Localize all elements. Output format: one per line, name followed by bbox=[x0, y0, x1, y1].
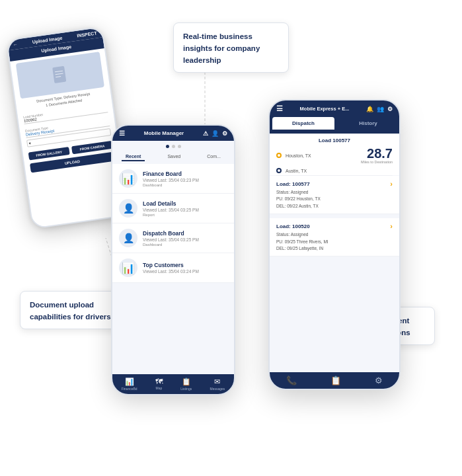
document-preview-icon bbox=[49, 64, 71, 87]
bottom-nav-map[interactable]: 🗺 Map bbox=[155, 377, 163, 391]
load-1-number: Load: 100577 bbox=[276, 181, 310, 187]
load-card-1-header: Load: 100577 › bbox=[276, 180, 393, 188]
back-arrow-icon: ← bbox=[13, 42, 18, 47]
right-bottom-phone[interactable]: 📞 bbox=[286, 376, 297, 385]
dispatch-history-tabs: Dispatch History bbox=[270, 117, 399, 134]
listings-nav-icon: 📋 bbox=[182, 377, 191, 386]
right-users-icon: 👥 bbox=[377, 106, 384, 112]
load-1-delivery: DEL: 09/22 Austin, TX bbox=[276, 203, 393, 210]
miles-label: Miles to Destination bbox=[361, 160, 393, 164]
route-origin-row: Houston, TX 28.7 Miles to Destination bbox=[270, 145, 399, 166]
load-2-detail: Status: Assigned PU: 09/25 Three Rivers,… bbox=[276, 231, 393, 252]
load-card-2-header: Load: 100520 › bbox=[276, 222, 393, 230]
right-bottom-dispatch[interactable]: 📋 bbox=[330, 376, 341, 385]
load-1-chevron-icon: › bbox=[390, 180, 393, 188]
load-subtitle: Viewed Last: 35/04 03:25 PM bbox=[143, 208, 199, 212]
bottom-nav-finance[interactable]: 📊 FinanceBd bbox=[122, 377, 137, 391]
inspect-label: INSPECT bbox=[77, 30, 97, 38]
load-title-bar: Load 100577 bbox=[270, 134, 399, 145]
finance-nav-label: FinanceBd bbox=[122, 387, 137, 391]
miles-box: 28.7 Miles to Destination bbox=[361, 147, 393, 164]
callout-document-text: Document upload capabilities for drivers bbox=[30, 301, 111, 321]
alert-icon: ⚠ bbox=[203, 130, 208, 137]
load-text: Load Details Viewed Last: 35/04 03:25 PM… bbox=[143, 200, 199, 217]
finance-tag: Dashboard bbox=[143, 183, 199, 187]
list-item-dispatch[interactable]: 👤 Dispatch Board Viewed Last: 35/04 03:2… bbox=[112, 223, 234, 253]
map-nav-icon: 🗺 bbox=[155, 377, 163, 385]
load-1-status: Status: Assigned bbox=[276, 189, 393, 196]
miles-value: 28.7 bbox=[361, 147, 393, 160]
list-item-load[interactable]: 👤 Load Details Viewed Last: 35/04 03:25 … bbox=[112, 194, 234, 223]
right-bottom-settings[interactable]: ⚙ bbox=[375, 376, 383, 385]
dispatch-tab[interactable]: Dispatch bbox=[272, 117, 334, 130]
com-tab[interactable]: Com... bbox=[203, 153, 225, 161]
load-2-pickup: PU: 09/25 Three Rivers, MI bbox=[276, 239, 393, 245]
history-tab[interactable]: History bbox=[337, 117, 399, 130]
dot-1 bbox=[166, 145, 169, 148]
load-1-detail: Status: Assigned PU: 09/22 Houston, TX D… bbox=[276, 189, 393, 210]
page-dots bbox=[112, 141, 234, 151]
right-hamburger-icon[interactable]: ☰ bbox=[276, 104, 283, 113]
customers-title: Top Customers bbox=[143, 262, 199, 268]
phone-mid-icons: ⚠ 👤 ⚙ bbox=[203, 130, 227, 137]
user-icon: 👤 bbox=[212, 130, 219, 137]
finance-subtitle: Viewed Last: 35/04 03:23 PM bbox=[143, 178, 199, 182]
listings-nav-label: Listings bbox=[180, 387, 192, 391]
bottom-nav-listings[interactable]: 📋 Listings bbox=[180, 377, 192, 391]
right-alert-icon: 🔔 bbox=[366, 106, 373, 112]
recent-saved-tabs: Recent Saved Com... bbox=[112, 151, 234, 164]
dispatch-nav-icon: 📋 bbox=[330, 376, 341, 385]
phone-mid-bottom-bar: 📊 FinanceBd 🗺 Map 📋 Listings ✉ Messages bbox=[112, 374, 234, 394]
dispatch-tag: Dashboard bbox=[143, 243, 199, 247]
phone-right-icons: 🔔 👥 ⚙ bbox=[366, 106, 393, 112]
finance-text: Finance Board Viewed Last: 35/04 03:23 P… bbox=[143, 171, 199, 187]
callout-realtime: Real-time business insights for company … bbox=[173, 22, 289, 73]
bottom-nav-messages[interactable]: ✉ Messages bbox=[210, 377, 225, 391]
finance-icon: 📊 bbox=[119, 169, 137, 188]
dispatch-title: Dispatch Board bbox=[143, 230, 199, 237]
phone-mid-header: ☰ Mobile Manager ⚠ 👤 ⚙ bbox=[112, 126, 234, 141]
finance-nav-icon: 📊 bbox=[125, 377, 134, 386]
dot-3 bbox=[178, 145, 181, 148]
phone-right-bottom-bar: 📞 📋 ⚙ bbox=[270, 372, 399, 389]
person-icon: 👤 bbox=[123, 203, 134, 214]
phone-right-title: Mobile Express + E... bbox=[300, 106, 350, 112]
load-2-chevron-icon: › bbox=[390, 222, 393, 230]
recent-tab[interactable]: Recent bbox=[122, 153, 145, 161]
load-icon: 👤 bbox=[119, 199, 137, 218]
load-title: Load Details bbox=[143, 200, 199, 207]
dispatch-text: Dispatch Board Viewed Last: 35/04 03:25 … bbox=[143, 230, 199, 247]
callout-realtime-text: Real-time business insights for company … bbox=[183, 32, 260, 64]
load-2-number: Load: 100520 bbox=[276, 223, 310, 229]
load-card-1[interactable]: Load: 100577 › Status: Assigned PU: 09/2… bbox=[270, 176, 399, 214]
hamburger-icon[interactable]: ☰ bbox=[119, 130, 125, 137]
origin-dot bbox=[276, 153, 282, 158]
settings-nav-icon: ⚙ bbox=[375, 376, 383, 385]
load-card-2[interactable]: Load: 100520 › Status: Assigned PU: 09/2… bbox=[270, 218, 399, 257]
load-1-pickup: PU: 09/22 Houston, TX bbox=[276, 196, 393, 202]
load-2-delivery: DEL: 09/25 Lafayette, IN bbox=[276, 245, 393, 252]
load-2-status: Status: Assigned bbox=[276, 231, 393, 238]
customers-subtitle: Viewed Last: 35/04 03:24 PM bbox=[143, 269, 199, 274]
dispatch-icon: 👤 bbox=[119, 229, 137, 247]
list-item-customers[interactable]: 📊 Top Customers Viewed Last: 35/04 03:24… bbox=[112, 253, 234, 283]
dispatch-subtitle: Viewed Last: 35/04 03:25 PM bbox=[143, 237, 199, 242]
svg-rect-3 bbox=[52, 66, 66, 83]
map-nav-label: Map bbox=[156, 386, 163, 390]
load-tag: Report bbox=[143, 213, 199, 217]
customers-chart-icon: 📊 bbox=[122, 262, 135, 274]
customers-icon: 📊 bbox=[119, 258, 137, 277]
phone-nav-icon: 📞 bbox=[286, 376, 297, 385]
phone-mid-title: Mobile Manager bbox=[144, 130, 184, 136]
settings-icon: ⚙ bbox=[222, 130, 227, 137]
destination-dot bbox=[276, 168, 282, 173]
phone-mid: ☰ Mobile Manager ⚠ 👤 ⚙ Recent Saved Com.… bbox=[111, 124, 235, 395]
dispatch-person-icon: 👤 bbox=[123, 233, 134, 243]
finance-title: Finance Board bbox=[143, 171, 199, 177]
saved-tab[interactable]: Saved bbox=[163, 153, 184, 161]
list-item-finance[interactable]: 📊 Finance Board Viewed Last: 35/04 03:23… bbox=[112, 164, 234, 194]
chart-bar-icon: 📊 bbox=[122, 173, 135, 185]
messages-nav-label: Messages bbox=[210, 387, 225, 391]
phone-right-header: ☰ Mobile Express + E... 🔔 👥 ⚙ bbox=[270, 100, 399, 117]
phone-left-screen: ← Upload Image INSPECT Upload Image Docu… bbox=[7, 27, 128, 227]
